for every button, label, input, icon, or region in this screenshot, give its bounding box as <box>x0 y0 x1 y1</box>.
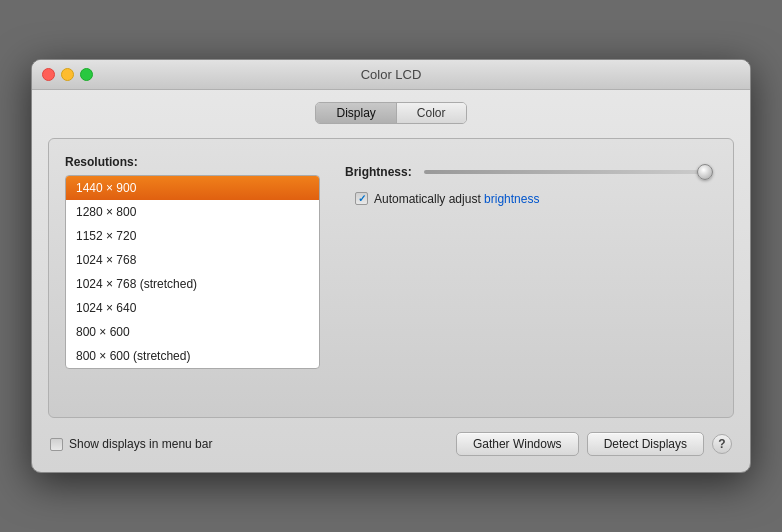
gather-windows-button[interactable]: Gather Windows <box>456 432 579 456</box>
bottom-right-buttons: Gather Windows Detect Displays ? <box>456 432 732 456</box>
brightness-slider-thumb[interactable] <box>697 164 713 180</box>
resolutions-panel: Resolutions: 1440 × 900 1280 × 800 1152 … <box>65 155 325 401</box>
tab-color[interactable]: Color <box>397 103 466 123</box>
resolution-item-2[interactable]: 1152 × 720 <box>66 224 319 248</box>
main-panel: Resolutions: 1440 × 900 1280 × 800 1152 … <box>48 138 734 418</box>
window-content: Display Color Resolutions: 1440 × 900 12… <box>32 90 750 472</box>
auto-brightness-label: Automatically adjust brightness <box>374 191 539 208</box>
resolution-item-7[interactable]: 800 × 600 (stretched) <box>66 344 319 368</box>
resolution-item-3[interactable]: 1024 × 768 <box>66 248 319 272</box>
help-button[interactable]: ? <box>712 434 732 454</box>
window-title: Color LCD <box>361 67 422 82</box>
resolutions-list: 1440 × 900 1280 × 800 1152 × 720 1024 × … <box>65 175 320 369</box>
tab-display[interactable]: Display <box>316 103 396 123</box>
right-panel: Brightness: Automatically adjust brightn… <box>345 155 717 401</box>
resolution-item-4[interactable]: 1024 × 768 (stretched) <box>66 272 319 296</box>
resolution-item-0[interactable]: 1440 × 900 <box>66 176 319 200</box>
resolutions-label: Resolutions: <box>65 155 325 169</box>
auto-brightness-checkbox[interactable] <box>355 192 368 205</box>
show-menubar-label: Show displays in menu bar <box>69 437 212 451</box>
maximize-button[interactable] <box>80 68 93 81</box>
titlebar: Color LCD <box>32 60 750 90</box>
bottom-bar: Show displays in menu bar Gather Windows… <box>48 432 734 456</box>
detect-displays-button[interactable]: Detect Displays <box>587 432 704 456</box>
minimize-button[interactable] <box>61 68 74 81</box>
window: Color LCD Display Color Resolutions: 144… <box>31 59 751 473</box>
show-menubar-checkbox[interactable] <box>50 438 63 451</box>
show-menubar-row[interactable]: Show displays in menu bar <box>50 437 212 451</box>
tab-group: Display Color <box>315 102 466 124</box>
tab-bar: Display Color <box>48 102 734 124</box>
auto-brightness-row: Automatically adjust brightness <box>345 191 717 208</box>
resolution-item-1[interactable]: 1280 × 800 <box>66 200 319 224</box>
window-controls <box>42 68 93 81</box>
auto-brightness-checkbox-container[interactable]: Automatically adjust brightness <box>355 191 539 208</box>
close-button[interactable] <box>42 68 55 81</box>
brightness-label: Brightness: <box>345 165 412 179</box>
brightness-row: Brightness: <box>345 165 717 179</box>
resolution-item-6[interactable]: 800 × 600 <box>66 320 319 344</box>
brightness-slider-track <box>424 170 713 174</box>
resolution-item-5[interactable]: 1024 × 640 <box>66 296 319 320</box>
